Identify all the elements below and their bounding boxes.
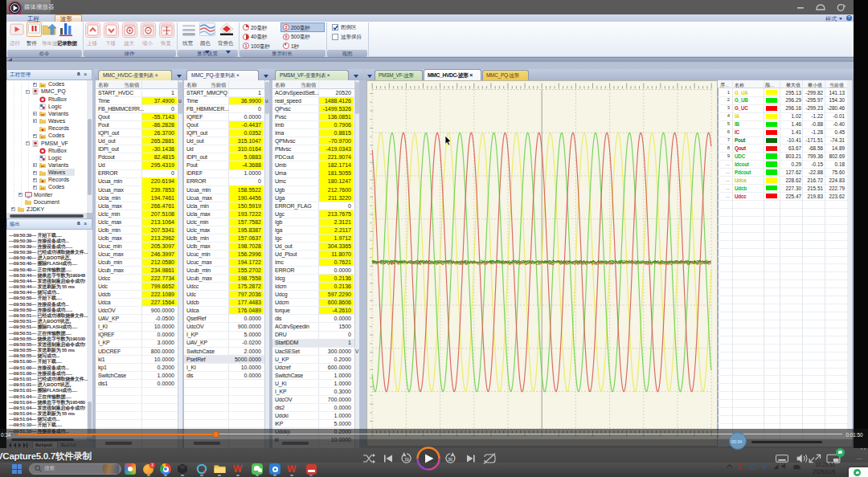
- svg-text:2: 2: [285, 25, 287, 30]
- svg-text:30: 30: [448, 457, 452, 462]
- svg-text:1: 1: [244, 43, 247, 48]
- svg-text:10: 10: [404, 457, 409, 462]
- svg-text:5: 5: [285, 35, 287, 39]
